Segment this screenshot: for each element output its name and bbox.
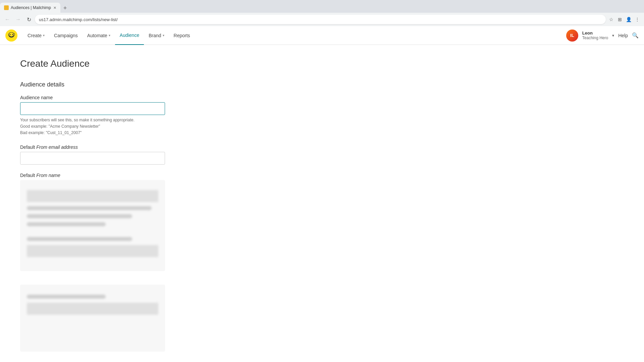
from-name-group: Default From name	[20, 173, 282, 271]
nav-items: Create ▾ Campaigns Automate ▾ Audience B…	[23, 26, 566, 45]
automate-chevron-icon: ▾	[109, 34, 110, 37]
blurred-text-3	[27, 222, 106, 226]
extensions-icon[interactable]: ⊞	[616, 15, 624, 23]
refresh-button[interactable]: ↻	[24, 15, 34, 24]
nav-create[interactable]: Create ▾	[23, 26, 49, 45]
new-tab-button[interactable]: +	[60, 3, 70, 13]
from-email-group: Default From email address	[20, 144, 282, 165]
svg-point-4	[12, 34, 13, 35]
address-bar[interactable]	[35, 15, 606, 24]
nav-right: IL Leon Teaching Hero ▾ Help 🔍	[566, 29, 639, 42]
user-dropdown-button[interactable]: ▾	[612, 33, 614, 38]
browser-toolbar-right: ☆ ⊞ 👤 ⋮	[607, 15, 641, 23]
nav-help-link[interactable]: Help	[618, 33, 628, 38]
back-button[interactable]: ←	[3, 15, 12, 24]
tab-favicon	[4, 5, 9, 10]
nav-automate[interactable]: Automate ▾	[83, 26, 115, 45]
page-title: Create Audience	[20, 58, 282, 69]
bookmark-icon[interactable]: ☆	[607, 15, 615, 23]
search-icon[interactable]: 🔍	[632, 32, 639, 39]
blurred-text-2	[27, 214, 132, 218]
blurred-text-4	[27, 237, 132, 241]
audience-name-input[interactable]	[20, 102, 165, 115]
nav-brand[interactable]: Brand ▾	[144, 26, 169, 45]
more-icon[interactable]: ⋮	[633, 15, 641, 23]
profile-icon[interactable]: 👤	[625, 15, 633, 23]
lower-blurred-area	[20, 285, 165, 352]
main-content: Create Audience Audience details Audienc…	[0, 45, 302, 362]
create-chevron-icon: ▾	[43, 34, 45, 37]
browser-chrome: Audiences | Mailchimp ✕ + ← → ↻ ☆ ⊞ 👤 ⋮	[0, 0, 644, 26]
user-org: Teaching Hero	[582, 36, 608, 40]
from-email-label: Default From email address	[20, 144, 282, 150]
from-email-input[interactable]	[20, 152, 165, 165]
brand-chevron-icon: ▾	[163, 34, 164, 37]
nav-reports[interactable]: Reports	[169, 26, 195, 45]
svg-point-3	[10, 34, 11, 35]
app-logo[interactable]	[5, 29, 17, 42]
tab-title: Audiences | Mailchimp	[11, 5, 51, 10]
app-navbar: Create ▾ Campaigns Automate ▾ Audience B…	[0, 26, 644, 45]
audience-name-label: Audience name	[20, 95, 282, 100]
blurred-input-1	[27, 190, 158, 202]
blurred-form-area	[20, 180, 165, 271]
browser-tabs: Audiences | Mailchimp ✕ +	[0, 0, 644, 13]
nav-audience[interactable]: Audience	[115, 26, 144, 45]
blurred-input-2	[27, 245, 158, 257]
blurred-input-3	[27, 303, 158, 315]
nav-campaigns[interactable]: Campaigns	[49, 26, 83, 45]
blurred-form-area-2	[20, 285, 165, 352]
forward-button[interactable]: →	[13, 15, 23, 24]
user-info[interactable]: Leon Teaching Hero	[582, 31, 608, 40]
blurred-text-5	[27, 295, 106, 299]
active-browser-tab[interactable]: Audiences | Mailchimp ✕	[0, 3, 60, 13]
section-title: Audience details	[20, 81, 282, 88]
svg-point-5	[13, 33, 15, 35]
user-avatar: IL	[566, 29, 578, 42]
browser-toolbar: ← → ↻ ☆ ⊞ 👤 ⋮	[0, 13, 644, 26]
tab-close-button[interactable]: ✕	[53, 6, 56, 10]
user-name: Leon	[582, 31, 608, 36]
from-name-label: Default From name	[20, 173, 282, 178]
audience-name-hint: Your subscribers will see this, so make …	[20, 117, 282, 136]
audience-name-group: Audience name Your subscribers will see …	[20, 95, 282, 136]
blurred-text-1	[27, 206, 152, 210]
